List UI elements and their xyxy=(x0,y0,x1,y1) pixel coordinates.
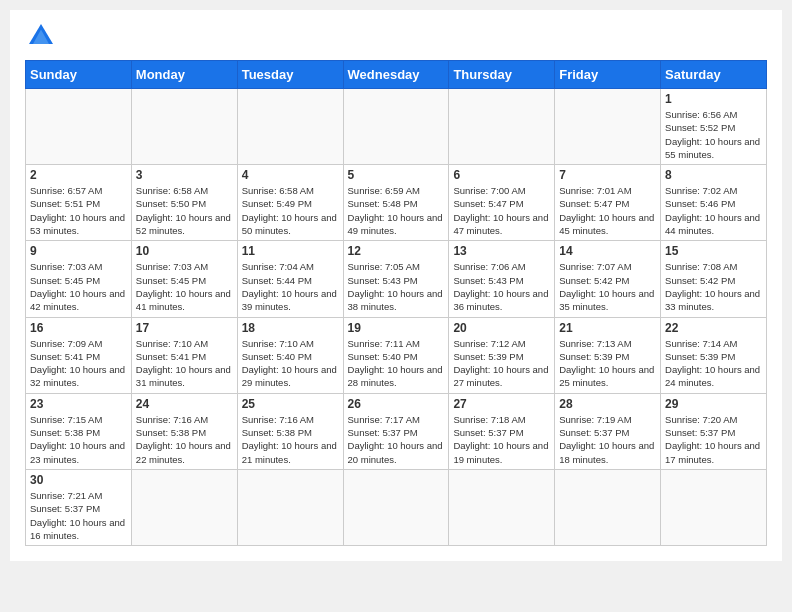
logo xyxy=(25,20,61,52)
day-number: 15 xyxy=(665,244,762,258)
day-info: Sunrise: 7:18 AMSunset: 5:37 PMDaylight:… xyxy=(453,413,550,466)
day-cell xyxy=(661,469,767,545)
calendar-table: SundayMondayTuesdayWednesdayThursdayFrid… xyxy=(25,60,767,546)
day-number: 6 xyxy=(453,168,550,182)
day-cell xyxy=(343,89,449,165)
day-number: 5 xyxy=(348,168,445,182)
day-cell xyxy=(449,89,555,165)
day-cell: 7Sunrise: 7:01 AMSunset: 5:47 PMDaylight… xyxy=(555,165,661,241)
day-cell: 25Sunrise: 7:16 AMSunset: 5:38 PMDayligh… xyxy=(237,393,343,469)
day-cell: 29Sunrise: 7:20 AMSunset: 5:37 PMDayligh… xyxy=(661,393,767,469)
day-cell: 12Sunrise: 7:05 AMSunset: 5:43 PMDayligh… xyxy=(343,241,449,317)
day-cell: 3Sunrise: 6:58 AMSunset: 5:50 PMDaylight… xyxy=(131,165,237,241)
day-cell: 24Sunrise: 7:16 AMSunset: 5:38 PMDayligh… xyxy=(131,393,237,469)
day-cell: 28Sunrise: 7:19 AMSunset: 5:37 PMDayligh… xyxy=(555,393,661,469)
week-row-4: 23Sunrise: 7:15 AMSunset: 5:38 PMDayligh… xyxy=(26,393,767,469)
day-number: 4 xyxy=(242,168,339,182)
day-number: 25 xyxy=(242,397,339,411)
day-info: Sunrise: 7:07 AMSunset: 5:42 PMDaylight:… xyxy=(559,260,656,313)
day-number: 11 xyxy=(242,244,339,258)
day-info: Sunrise: 7:00 AMSunset: 5:47 PMDaylight:… xyxy=(453,184,550,237)
day-info: Sunrise: 7:10 AMSunset: 5:40 PMDaylight:… xyxy=(242,337,339,390)
day-number: 10 xyxy=(136,244,233,258)
day-info: Sunrise: 7:10 AMSunset: 5:41 PMDaylight:… xyxy=(136,337,233,390)
day-number: 20 xyxy=(453,321,550,335)
day-cell xyxy=(237,89,343,165)
day-number: 16 xyxy=(30,321,127,335)
day-number: 3 xyxy=(136,168,233,182)
day-info: Sunrise: 7:20 AMSunset: 5:37 PMDaylight:… xyxy=(665,413,762,466)
day-cell: 8Sunrise: 7:02 AMSunset: 5:46 PMDaylight… xyxy=(661,165,767,241)
day-info: Sunrise: 7:15 AMSunset: 5:38 PMDaylight:… xyxy=(30,413,127,466)
day-number: 2 xyxy=(30,168,127,182)
day-number: 29 xyxy=(665,397,762,411)
day-number: 1 xyxy=(665,92,762,106)
day-cell: 11Sunrise: 7:04 AMSunset: 5:44 PMDayligh… xyxy=(237,241,343,317)
day-cell: 26Sunrise: 7:17 AMSunset: 5:37 PMDayligh… xyxy=(343,393,449,469)
week-row-3: 16Sunrise: 7:09 AMSunset: 5:41 PMDayligh… xyxy=(26,317,767,393)
day-cell xyxy=(131,469,237,545)
day-cell: 16Sunrise: 7:09 AMSunset: 5:41 PMDayligh… xyxy=(26,317,132,393)
day-info: Sunrise: 7:21 AMSunset: 5:37 PMDaylight:… xyxy=(30,489,127,542)
weekday-header-tuesday: Tuesday xyxy=(237,61,343,89)
day-number: 17 xyxy=(136,321,233,335)
day-cell: 13Sunrise: 7:06 AMSunset: 5:43 PMDayligh… xyxy=(449,241,555,317)
day-cell: 10Sunrise: 7:03 AMSunset: 5:45 PMDayligh… xyxy=(131,241,237,317)
day-cell: 19Sunrise: 7:11 AMSunset: 5:40 PMDayligh… xyxy=(343,317,449,393)
calendar-container: SundayMondayTuesdayWednesdayThursdayFrid… xyxy=(10,10,782,561)
day-cell: 2Sunrise: 6:57 AMSunset: 5:51 PMDaylight… xyxy=(26,165,132,241)
day-number: 18 xyxy=(242,321,339,335)
day-info: Sunrise: 7:03 AMSunset: 5:45 PMDaylight:… xyxy=(136,260,233,313)
weekday-header-wednesday: Wednesday xyxy=(343,61,449,89)
day-cell: 9Sunrise: 7:03 AMSunset: 5:45 PMDaylight… xyxy=(26,241,132,317)
weekday-header-friday: Friday xyxy=(555,61,661,89)
day-number: 24 xyxy=(136,397,233,411)
day-cell xyxy=(26,89,132,165)
day-info: Sunrise: 7:09 AMSunset: 5:41 PMDaylight:… xyxy=(30,337,127,390)
day-info: Sunrise: 6:57 AMSunset: 5:51 PMDaylight:… xyxy=(30,184,127,237)
day-number: 30 xyxy=(30,473,127,487)
day-cell xyxy=(131,89,237,165)
day-cell: 18Sunrise: 7:10 AMSunset: 5:40 PMDayligh… xyxy=(237,317,343,393)
logo-icon xyxy=(25,20,57,52)
day-number: 26 xyxy=(348,397,445,411)
day-cell: 15Sunrise: 7:08 AMSunset: 5:42 PMDayligh… xyxy=(661,241,767,317)
day-info: Sunrise: 7:13 AMSunset: 5:39 PMDaylight:… xyxy=(559,337,656,390)
day-number: 7 xyxy=(559,168,656,182)
header xyxy=(25,20,767,52)
day-info: Sunrise: 7:02 AMSunset: 5:46 PMDaylight:… xyxy=(665,184,762,237)
day-info: Sunrise: 7:03 AMSunset: 5:45 PMDaylight:… xyxy=(30,260,127,313)
day-info: Sunrise: 6:58 AMSunset: 5:49 PMDaylight:… xyxy=(242,184,339,237)
day-info: Sunrise: 7:11 AMSunset: 5:40 PMDaylight:… xyxy=(348,337,445,390)
day-info: Sunrise: 7:01 AMSunset: 5:47 PMDaylight:… xyxy=(559,184,656,237)
day-cell xyxy=(449,469,555,545)
day-number: 9 xyxy=(30,244,127,258)
day-number: 14 xyxy=(559,244,656,258)
week-row-2: 9Sunrise: 7:03 AMSunset: 5:45 PMDaylight… xyxy=(26,241,767,317)
day-number: 22 xyxy=(665,321,762,335)
weekday-header-thursday: Thursday xyxy=(449,61,555,89)
week-row-1: 2Sunrise: 6:57 AMSunset: 5:51 PMDaylight… xyxy=(26,165,767,241)
weekday-header-sunday: Sunday xyxy=(26,61,132,89)
day-number: 12 xyxy=(348,244,445,258)
day-info: Sunrise: 6:59 AMSunset: 5:48 PMDaylight:… xyxy=(348,184,445,237)
weekday-header-row: SundayMondayTuesdayWednesdayThursdayFrid… xyxy=(26,61,767,89)
day-number: 28 xyxy=(559,397,656,411)
day-cell: 14Sunrise: 7:07 AMSunset: 5:42 PMDayligh… xyxy=(555,241,661,317)
day-number: 13 xyxy=(453,244,550,258)
day-cell xyxy=(555,89,661,165)
day-number: 19 xyxy=(348,321,445,335)
day-info: Sunrise: 7:04 AMSunset: 5:44 PMDaylight:… xyxy=(242,260,339,313)
day-cell: 27Sunrise: 7:18 AMSunset: 5:37 PMDayligh… xyxy=(449,393,555,469)
day-number: 21 xyxy=(559,321,656,335)
day-info: Sunrise: 7:14 AMSunset: 5:39 PMDaylight:… xyxy=(665,337,762,390)
day-info: Sunrise: 7:12 AMSunset: 5:39 PMDaylight:… xyxy=(453,337,550,390)
day-cell: 23Sunrise: 7:15 AMSunset: 5:38 PMDayligh… xyxy=(26,393,132,469)
weekday-header-saturday: Saturday xyxy=(661,61,767,89)
weekday-header-monday: Monday xyxy=(131,61,237,89)
day-info: Sunrise: 6:58 AMSunset: 5:50 PMDaylight:… xyxy=(136,184,233,237)
day-cell: 20Sunrise: 7:12 AMSunset: 5:39 PMDayligh… xyxy=(449,317,555,393)
day-cell: 5Sunrise: 6:59 AMSunset: 5:48 PMDaylight… xyxy=(343,165,449,241)
day-number: 23 xyxy=(30,397,127,411)
day-info: Sunrise: 6:56 AMSunset: 5:52 PMDaylight:… xyxy=(665,108,762,161)
